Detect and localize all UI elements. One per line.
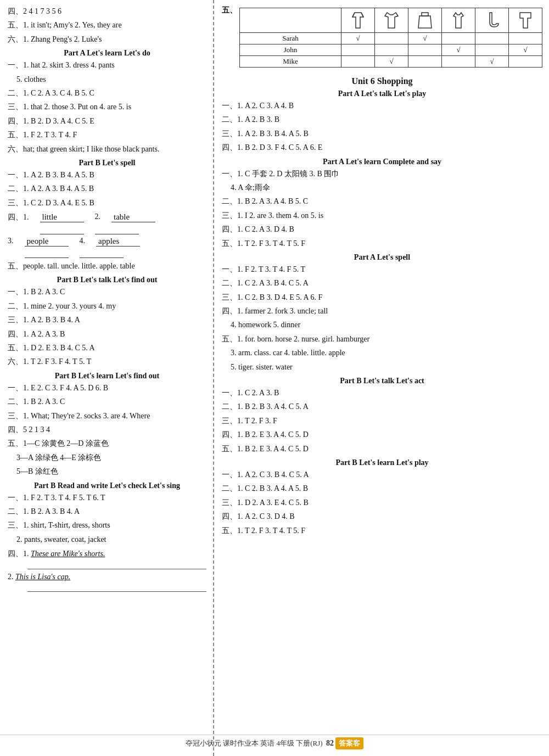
cell — [408, 44, 442, 56]
answer-line: 二、1. C 2. A 3. B 4. C 5. A — [222, 277, 542, 289]
svg-marker-4 — [418, 16, 432, 28]
answer-line: 四、1. farmer 2. fork 3. uncle; tall — [222, 305, 542, 317]
cell — [475, 44, 509, 56]
answer-line: 五、people. tall. uncle. little. apple. ta… — [8, 260, 206, 272]
section-title: Part A Let's learn Complete and say — [222, 158, 542, 166]
clothing-icon-2 — [378, 9, 405, 31]
answer-line: 六、1. Zhang Peng's 2. Luke's — [8, 33, 206, 46]
logo-box: 答案客 — [335, 737, 363, 749]
answer-line: 三、1. D 2. A 3. E 4. C 5. B — [222, 497, 542, 509]
section-title: Part B Let's learn Let's play — [222, 458, 542, 467]
answer-line: 5—B 涂红色 — [16, 466, 206, 478]
answer-line: 五、1. T 2. F 3. T 4. T 5. F — [222, 525, 542, 537]
answer-line: 4. A 伞;雨伞 — [231, 182, 542, 194]
answer-line: 二、1. A 2. A 3. B 4. A 5. B — [8, 183, 206, 195]
answer-line: 四、1. B 2. D 3. F 4. C 5. A 6. E — [222, 142, 542, 154]
answer-line: 一、1. hat 2. skirt 3. dress 4. pants — [8, 59, 206, 71]
answer-line: 三、1. A 2. B 3. B 4. A 5. B — [222, 128, 542, 140]
footer-text: 夺冠小状元 课时作业本 英语 4年级 下册(RJ) — [186, 738, 323, 748]
cell — [375, 44, 408, 56]
handwritten-section: 四、1. little 2. table 四、1. 3. people 4. a… — [8, 212, 206, 258]
table-header-empty — [240, 8, 341, 33]
cell — [442, 33, 475, 44]
answer-line: 四、5 2 1 3 4 — [8, 424, 206, 436]
handwritten-row4: 3. — [8, 249, 206, 258]
table-row-john: John √ √ — [240, 44, 542, 56]
answer-line: 二、1. C 2. A 3. C 4. B 5. C — [8, 87, 206, 99]
table-header-img4 — [442, 8, 475, 33]
answer-line: 一、1. A 2. B 3. B 4. A 5. B — [8, 169, 206, 181]
section-title: Part B Let's talk Let's act — [222, 377, 542, 385]
answer-line: 三、1. A 2. B 3. B 4. A — [8, 314, 206, 326]
num-label: 四、1. — [8, 212, 29, 222]
answer-line: 4. homework 5. dinner — [231, 319, 542, 331]
answer-line: 2. pants, sweater, coat, jacket — [16, 534, 206, 546]
left-column: 四、2 4 1 7 3 5 6 五、1. it isn't; Amy's 2. … — [0, 0, 214, 756]
answer-line: 四、1. B 2. D 3. A 4. C 5. E — [8, 115, 206, 127]
unit6-title: Unit 6 Shopping — [222, 76, 542, 86]
answer-line: 五、1. T 2. F 3. T 4. T 5. F — [222, 238, 542, 250]
num-label: 4. — [80, 237, 86, 247]
cell: √ — [341, 33, 375, 44]
cell: √ — [475, 56, 509, 68]
handwritten-row2: 四、1. — [8, 225, 206, 234]
cell — [509, 33, 542, 44]
answer-line: 一、1. C 手套 2. D 太阳镜 3. B 围巾 — [222, 168, 542, 180]
page-container: 四、2 4 1 7 3 5 6 五、1. it isn't; Amy's 2. … — [0, 0, 549, 756]
handwritten-word: table — [111, 212, 155, 222]
writing-label: 四、1. — [8, 550, 31, 558]
clothes-table: Sarah √ √ John — [239, 8, 542, 68]
svg-line-1 — [352, 13, 355, 17]
clothing-icon-5 — [479, 9, 505, 31]
answer-line: 一、1. C 2. A 3. B — [222, 387, 542, 399]
cell — [341, 44, 375, 56]
section-title: Part B Let's learn Let's find out — [8, 372, 206, 380]
answer-line: 五、1. F 2. T 3. T 4. F — [8, 129, 206, 141]
answer-line: 二、1. B 2. A 3. A 4. B 5. C — [222, 195, 542, 208]
table-header-img2 — [375, 8, 408, 33]
section-title: Part A Let's learn Let's do — [8, 49, 206, 58]
answer-line: 一、1. E 2. C 3. F 4. A 5. D 6. B — [8, 382, 206, 394]
answer-line: 5. clothes — [16, 74, 206, 86]
answer-line: 一、1. F 2. T 3. T 4. F 5. T 6. T — [8, 492, 206, 504]
svg-line-2 — [361, 13, 363, 17]
answer-line: 五、1. for. born. horse 2. nurse. girl. ha… — [222, 333, 542, 345]
section-title: Part B Let's spell — [8, 159, 206, 167]
writing-row2: 2. This is Lisa's cap. — [8, 573, 206, 581]
right-column: 五、 — [214, 0, 549, 756]
answer-line: 六、hat; that green skirt; I like those bl… — [8, 143, 206, 155]
cell — [475, 33, 509, 44]
cell: √ — [408, 33, 442, 44]
answer-line: 三、1. I 2. are 3. them 4. on 5. is — [222, 210, 542, 222]
table-row-sarah: Sarah √ √ — [240, 33, 542, 44]
answer-line: 一、1. A 2. C 3. B 4. C 5. A — [222, 469, 542, 481]
table-label: 五、 — [222, 5, 237, 15]
row-label: John — [240, 44, 341, 56]
answer-line: 一、1. F 2. T 3. T 4. F 5. T — [222, 264, 542, 276]
answer-line: 二、1. mine 2. your 3. yours 4. my — [8, 300, 206, 312]
section-title: Part A Let's talk Let's play — [222, 89, 542, 98]
svg-rect-3 — [422, 13, 428, 16]
answer-line: 四、2 4 1 7 3 5 6 — [8, 5, 206, 18]
section-title: Part A Let's spell — [222, 253, 542, 262]
cell — [509, 56, 542, 68]
clothes-table-section: 五、 — [222, 5, 542, 72]
answer-line: 五、1. D 2. E 3. B 4. C 5. A — [8, 342, 206, 354]
clothing-icon-3 — [412, 9, 438, 31]
section-title: Part B Read and write Let's check Let's … — [8, 481, 206, 490]
answer-line: 3. arm. class. car 4. table. little. app… — [231, 347, 542, 359]
answer-line: 四、1. A 2. A 3. B — [8, 328, 206, 340]
answer-line: 四、1. C 2. A 3. D 4. B — [222, 223, 542, 236]
answer-line: 三、1. C 2. D 3. A 4. E 5. B — [8, 197, 206, 209]
table-header-img6 — [509, 8, 542, 33]
answer-line: 5. tiger. sister. water — [231, 361, 542, 373]
writing-answer: These are Mike's shorts. — [31, 550, 105, 558]
writing-row1: 四、1. These are Mike's shorts. — [8, 549, 206, 559]
table-header-img1 — [341, 8, 375, 33]
answer-line: 二、1. C 2. B 3. A 4. A 5. B — [222, 483, 542, 495]
table-header: 五、 — [222, 5, 542, 72]
answer-line: 三、1. shirt, T-shirt, dress, shorts — [8, 519, 206, 531]
handwritten-word: little — [40, 212, 84, 222]
clothing-icon-1 — [345, 9, 371, 31]
num-label: 3. — [8, 237, 14, 247]
